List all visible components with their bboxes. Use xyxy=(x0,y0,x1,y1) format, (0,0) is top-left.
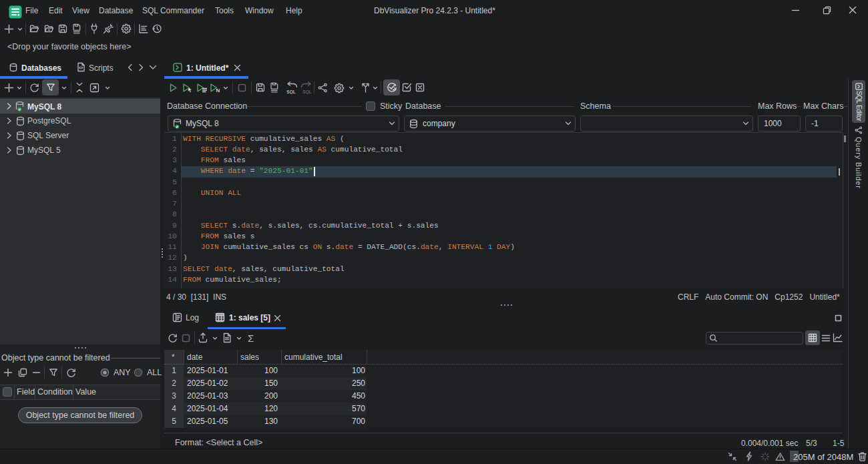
svg-text:N: N xyxy=(216,87,220,93)
svg-text:SQL: SQL xyxy=(302,89,311,95)
svg-text:SQL: SQL xyxy=(286,89,295,95)
